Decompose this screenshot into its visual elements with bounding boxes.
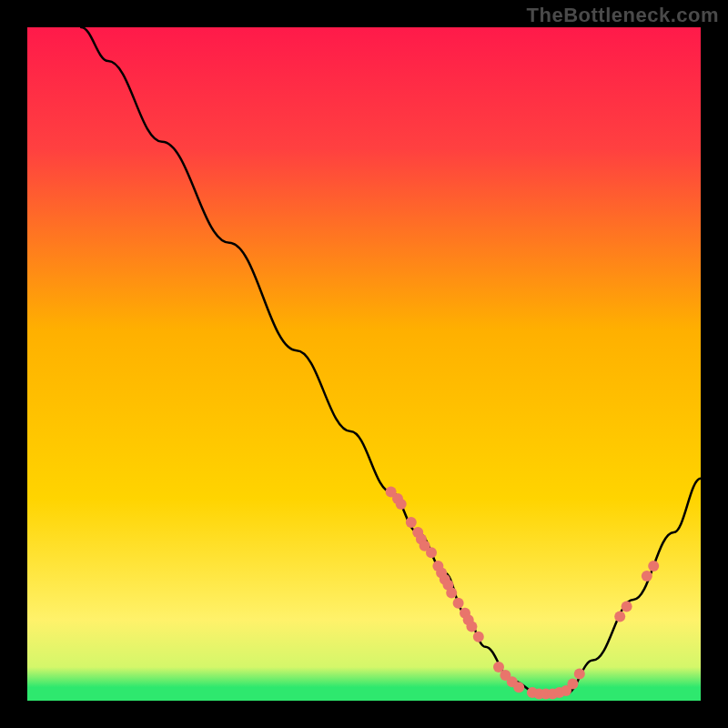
marker-point (614, 612, 625, 622)
marker-point (466, 622, 477, 632)
marker-point (622, 601, 632, 612)
watermark-text: TheBottleneck.com (527, 4, 719, 27)
chart-frame: TheBottleneck.com (0, 0, 728, 728)
gradient-background (27, 27, 701, 701)
marker-point (396, 499, 407, 510)
marker-point (406, 517, 417, 528)
marker-point (446, 588, 457, 599)
marker-point (574, 668, 585, 679)
chart-svg (27, 27, 701, 701)
marker-point (648, 561, 659, 571)
marker-point (513, 682, 524, 693)
marker-point (567, 679, 578, 690)
marker-point (453, 598, 464, 609)
marker-point (473, 632, 484, 642)
marker-point (642, 571, 652, 581)
plot-area (27, 27, 701, 701)
marker-point (426, 547, 437, 558)
